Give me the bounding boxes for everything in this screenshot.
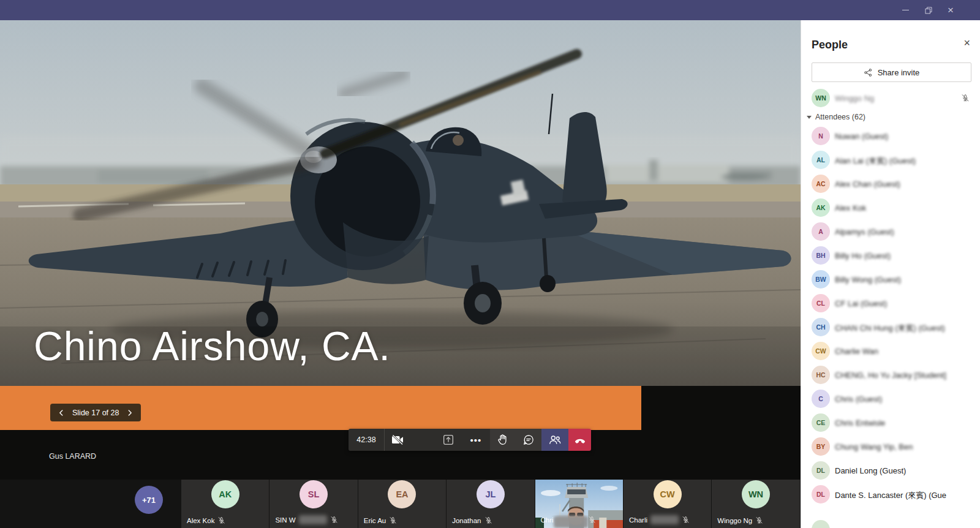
window-restore-button[interactable] bbox=[916, 0, 941, 20]
attendee-name: Chris Entwisle bbox=[835, 418, 885, 428]
attendee-name: Billy Wong (Guest) bbox=[835, 275, 901, 284]
share-invite-button[interactable]: Share invite bbox=[812, 62, 971, 82]
participant-tile[interactable]: CW Charli bbox=[624, 480, 711, 528]
avatar: HC bbox=[812, 366, 830, 384]
people-button-active[interactable] bbox=[541, 429, 568, 451]
window-close-button[interactable]: × bbox=[938, 0, 963, 20]
window-minimize-button[interactable] bbox=[893, 0, 918, 20]
attendee-row[interactable]: CW Charlie Wan bbox=[801, 339, 980, 363]
attendee-name: Alex Chan (Guest) bbox=[835, 179, 900, 189]
avatar: SL bbox=[300, 480, 328, 508]
mic-off-icon bbox=[755, 516, 763, 524]
avatar: BY bbox=[812, 437, 830, 456]
attendee-row[interactable]: BH Billy Ho (Guest) bbox=[801, 244, 980, 268]
attendee-name: Billy Ho (Guest) bbox=[835, 251, 891, 260]
avatar: EA bbox=[388, 480, 416, 508]
participant-tile[interactable]: Chri bbox=[535, 480, 623, 528]
previous-slide-button[interactable] bbox=[56, 408, 66, 418]
avatar: AC bbox=[812, 175, 830, 193]
attendee-row[interactable]: AL Alan Lai (來賓) (Guest) bbox=[801, 148, 980, 172]
participant-tile[interactable]: JL Jonathan bbox=[447, 480, 534, 528]
camera-off-button[interactable] bbox=[385, 429, 410, 451]
participant-name: SIN W bbox=[275, 516, 295, 524]
participant-tile[interactable]: WN Winggo Ng bbox=[712, 480, 799, 528]
presenter-name-label: Gus LARARD bbox=[49, 452, 96, 461]
avatar: AK bbox=[812, 198, 830, 217]
redacted-name bbox=[557, 515, 585, 524]
participant-name: Winggo Ng bbox=[717, 517, 752, 524]
window-titlebar: × bbox=[0, 0, 980, 20]
attendee-row[interactable]: A Alpamys (Guest) bbox=[801, 220, 980, 244]
presenter-row[interactable]: WN Winggo Ng bbox=[801, 86, 980, 110]
avatar: DL bbox=[812, 461, 830, 480]
people-panel-close-button[interactable]: × bbox=[963, 37, 970, 48]
share-button[interactable] bbox=[435, 429, 462, 451]
participant-filmstrip: +71 AK Alex Kok SL SIN W EA Eric Au JL J… bbox=[0, 480, 801, 528]
more-options-button[interactable]: ••• bbox=[462, 429, 490, 451]
mic-off-icon[interactable] bbox=[961, 94, 970, 102]
mic-off-icon bbox=[588, 516, 596, 524]
chat-button[interactable] bbox=[516, 429, 541, 451]
avatar: BW bbox=[812, 270, 830, 289]
attendee-name: CHAN Chi Hung (來賓) (Guest) bbox=[835, 323, 945, 334]
mic-off-icon bbox=[682, 516, 690, 524]
attendee-row[interactable]: AC Alex Chan (Guest) bbox=[801, 172, 980, 196]
attendee-name: Alan Lai (來賓) (Guest) bbox=[835, 156, 916, 167]
share-tray-icon bbox=[442, 433, 455, 447]
participant-name: Winggo Ng bbox=[835, 94, 874, 103]
participant-tile[interactable]: AK Alex Kok bbox=[181, 480, 269, 528]
participant-tile[interactable]: SL SIN W bbox=[270, 480, 357, 528]
next-slide-button[interactable] bbox=[125, 408, 135, 418]
attendee-name: Dante S. Lancaster (來賓) (Gue bbox=[835, 490, 946, 501]
participant-name: Eric Au bbox=[364, 517, 386, 524]
attendee-row[interactable]: DL Dante S. Lancaster (來賓) (Gue bbox=[801, 483, 980, 507]
attendee-row[interactable]: BY Chung Wang Yip, Ben bbox=[801, 435, 980, 459]
close-icon: × bbox=[948, 4, 954, 17]
meeting-control-bar: 42:38 ••• bbox=[349, 429, 591, 451]
attendee-row[interactable]: CE Chris Entwisle bbox=[801, 411, 980, 435]
attendee-name: Alpamys (Guest) bbox=[835, 227, 894, 236]
chat-icon bbox=[522, 433, 535, 447]
mic-off-icon bbox=[484, 516, 492, 524]
avatar: CL bbox=[812, 294, 830, 312]
camera-off-icon bbox=[390, 432, 405, 447]
meeting-stage: Chino Airshow, CA. Slide 17 of 28 Gus LA… bbox=[0, 20, 801, 528]
participant-name: Alex Kok bbox=[187, 517, 214, 524]
attendee-row[interactable]: CH CHAN Chi Hung (來賓) (Guest) bbox=[801, 315, 980, 339]
attendee-name: Daniel Long (Guest) bbox=[835, 466, 906, 475]
people-panel-title: People bbox=[812, 39, 848, 51]
avatar: CH bbox=[812, 318, 830, 336]
hang-up-button[interactable] bbox=[568, 429, 591, 451]
attendee-row[interactable]: BW Billy Wong (Guest) bbox=[801, 268, 980, 292]
attendee-row[interactable]: C Chris (Guest) bbox=[801, 387, 980, 411]
attendees-section-header[interactable]: Attendees (62) bbox=[807, 113, 865, 121]
avatar: CW bbox=[654, 480, 682, 508]
restore-icon bbox=[925, 7, 932, 14]
attendees-count-label: Attendees (62) bbox=[815, 113, 865, 121]
avatar: JL bbox=[477, 480, 505, 508]
chevron-down-icon bbox=[807, 116, 812, 119]
mic-off-icon bbox=[217, 516, 225, 524]
avatar: CE bbox=[812, 413, 830, 432]
attendee-name: CF Lai (Guest) bbox=[835, 299, 887, 308]
avatar: BH bbox=[812, 246, 830, 265]
participant-tile[interactable]: EA Eric Au bbox=[358, 480, 446, 528]
attendee-name: Nuwan (Guest) bbox=[835, 132, 888, 141]
attendee-row[interactable]: CL CF Lai (Guest) bbox=[801, 292, 980, 315]
attendee-row[interactable]: N Nuwan (Guest) bbox=[801, 124, 980, 148]
attendee-row[interactable]: DL Daniel Long (Guest) bbox=[801, 459, 980, 483]
raise-hand-button[interactable] bbox=[490, 429, 516, 451]
filmstrip-tiles: AK Alex Kok SL SIN W EA Eric Au JL Jonat… bbox=[181, 480, 801, 528]
avatar: A bbox=[812, 222, 830, 241]
participant-name: Jonathan bbox=[452, 517, 481, 524]
avatar-partial bbox=[812, 520, 830, 528]
more-participants-badge[interactable]: +71 bbox=[135, 486, 163, 514]
share-invite-label: Share invite bbox=[878, 68, 920, 77]
more-options-icon: ••• bbox=[470, 435, 482, 445]
mic-off-icon bbox=[389, 516, 397, 524]
slide-navigator: Slide 17 of 28 bbox=[50, 404, 141, 421]
attendee-row[interactable]: HC CHENG, Ho Yu Jacky [Student] bbox=[801, 363, 980, 387]
attendees-list: N Nuwan (Guest) AL Alan Lai (來賓) (Guest)… bbox=[801, 124, 980, 507]
avatar: DL bbox=[812, 485, 830, 503]
attendee-row[interactable]: AK Alex Kok bbox=[801, 196, 980, 220]
